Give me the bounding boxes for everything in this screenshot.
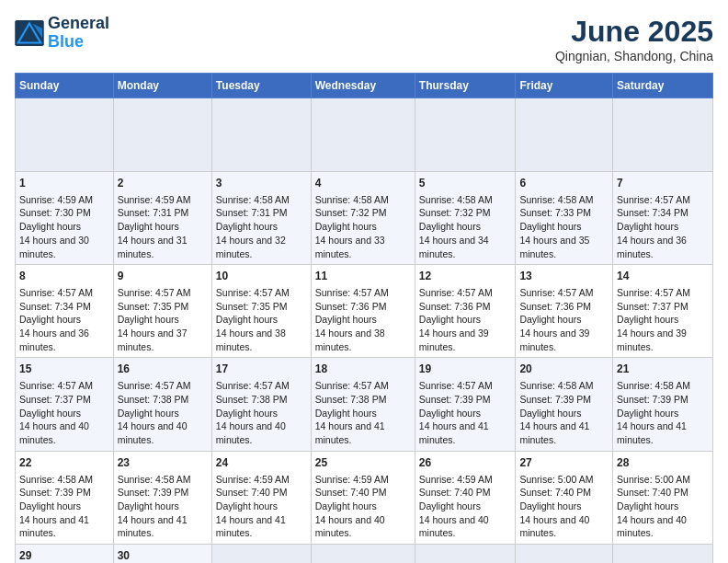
- calendar-day-cell: 6Sunrise: 4:58 AMSunset: 7:33 PMDaylight…: [516, 172, 613, 265]
- day-number: 15: [19, 362, 109, 377]
- calendar-day-cell: [613, 98, 713, 172]
- day-info: Sunrise: 4:58 AMSunset: 7:32 PMDaylight …: [419, 194, 493, 259]
- calendar-day-cell: 26Sunrise: 4:59 AMSunset: 7:40 PMDayligh…: [415, 451, 516, 544]
- calendar-day-cell: 1Sunrise: 4:59 AMSunset: 7:30 PMDaylight…: [16, 172, 114, 265]
- calendar-day-cell: 20Sunrise: 4:58 AMSunset: 7:39 PMDayligh…: [516, 358, 613, 451]
- calendar-day-cell: [613, 544, 713, 563]
- day-number: 8: [19, 269, 109, 284]
- day-number: 14: [617, 269, 709, 284]
- calendar-day-cell: 13Sunrise: 4:57 AMSunset: 7:36 PMDayligh…: [516, 265, 613, 358]
- calendar-day-cell: 17Sunrise: 4:57 AMSunset: 7:38 PMDayligh…: [211, 358, 311, 451]
- calendar-header-cell: Thursday: [415, 74, 516, 98]
- calendar-header-cell: Wednesday: [311, 74, 415, 98]
- calendar-day-cell: 12Sunrise: 4:57 AMSunset: 7:36 PMDayligh…: [415, 265, 516, 358]
- day-number: 21: [617, 362, 709, 377]
- calendar-day-cell: 30Sunrise: 5:01 AMSunset: 7:40 PMDayligh…: [113, 544, 211, 563]
- calendar-day-cell: 2Sunrise: 4:59 AMSunset: 7:31 PMDaylight…: [113, 172, 211, 265]
- day-info: Sunrise: 4:58 AMSunset: 7:31 PMDaylight …: [216, 194, 290, 259]
- day-info: Sunrise: 4:58 AMSunset: 7:32 PMDaylight …: [315, 194, 389, 259]
- calendar-day-cell: [415, 544, 516, 563]
- day-info: Sunrise: 5:00 AMSunset: 7:40 PMDaylight …: [617, 474, 690, 539]
- day-number: 20: [519, 362, 609, 377]
- calendar-day-cell: [516, 98, 613, 172]
- day-info: Sunrise: 4:58 AMSunset: 7:33 PMDaylight …: [519, 194, 593, 259]
- day-info: Sunrise: 4:57 AMSunset: 7:39 PMDaylight …: [419, 380, 493, 445]
- day-info: Sunrise: 4:58 AMSunset: 7:39 PMDaylight …: [118, 474, 191, 539]
- calendar-day-cell: 4Sunrise: 4:58 AMSunset: 7:32 PMDaylight…: [311, 172, 415, 265]
- logo-icon: [15, 20, 44, 46]
- day-info: Sunrise: 4:57 AMSunset: 7:34 PMDaylight …: [19, 287, 93, 352]
- calendar-day-cell: 19Sunrise: 4:57 AMSunset: 7:39 PMDayligh…: [415, 358, 516, 451]
- day-info: Sunrise: 4:59 AMSunset: 7:31 PMDaylight …: [118, 194, 191, 259]
- day-number: 28: [617, 455, 709, 471]
- day-number: 18: [315, 362, 411, 377]
- day-number: 27: [519, 455, 609, 471]
- calendar-day-cell: 15Sunrise: 4:57 AMSunset: 7:37 PMDayligh…: [16, 358, 114, 451]
- day-info: Sunrise: 4:57 AMSunset: 7:34 PMDaylight …: [617, 194, 690, 259]
- page-title: June 2025: [555, 15, 713, 49]
- calendar-day-cell: 7Sunrise: 4:57 AMSunset: 7:34 PMDaylight…: [613, 172, 713, 265]
- calendar-day-cell: 18Sunrise: 4:57 AMSunset: 7:38 PMDayligh…: [311, 358, 415, 451]
- calendar-day-cell: 9Sunrise: 4:57 AMSunset: 7:35 PMDaylight…: [113, 265, 211, 358]
- day-number: 4: [315, 176, 411, 191]
- calendar-header-cell: Saturday: [613, 74, 713, 98]
- calendar-day-cell: [516, 544, 613, 563]
- day-info: Sunrise: 4:57 AMSunset: 7:38 PMDaylight …: [118, 380, 191, 445]
- calendar-day-cell: 29Sunrise: 5:00 AMSunset: 7:40 PMDayligh…: [16, 544, 114, 563]
- calendar-day-cell: [415, 98, 516, 172]
- calendar-week-row: 1Sunrise: 4:59 AMSunset: 7:30 PMDaylight…: [16, 172, 713, 265]
- calendar-day-cell: 22Sunrise: 4:58 AMSunset: 7:39 PMDayligh…: [16, 451, 114, 544]
- day-number: 5: [419, 176, 512, 191]
- day-info: Sunrise: 4:57 AMSunset: 7:38 PMDaylight …: [315, 380, 389, 445]
- calendar-day-cell: 27Sunrise: 5:00 AMSunset: 7:40 PMDayligh…: [516, 451, 613, 544]
- day-info: Sunrise: 4:58 AMSunset: 7:39 PMDaylight …: [519, 380, 593, 445]
- day-number: 26: [419, 455, 512, 471]
- page-header: General Blue June 2025 Qingnian, Shandon…: [15, 15, 713, 63]
- calendar-day-cell: 16Sunrise: 4:57 AMSunset: 7:38 PMDayligh…: [113, 358, 211, 451]
- day-info: Sunrise: 4:57 AMSunset: 7:38 PMDaylight …: [216, 380, 290, 445]
- day-number: 3: [216, 176, 307, 191]
- calendar-week-row: 15Sunrise: 4:57 AMSunset: 7:37 PMDayligh…: [16, 358, 713, 451]
- page-subtitle: Qingnian, Shandong, China: [555, 49, 713, 63]
- day-number: 9: [118, 269, 208, 284]
- day-number: 29: [19, 548, 109, 563]
- day-info: Sunrise: 4:58 AMSunset: 7:39 PMDaylight …: [617, 380, 690, 445]
- calendar-day-cell: 21Sunrise: 4:58 AMSunset: 7:39 PMDayligh…: [613, 358, 713, 451]
- day-number: 30: [118, 548, 208, 563]
- calendar-table: SundayMondayTuesdayWednesdayThursdayFrid…: [15, 73, 713, 563]
- logo-text: General Blue: [48, 15, 109, 52]
- calendar-day-cell: [16, 98, 114, 172]
- calendar-header-cell: Tuesday: [211, 74, 311, 98]
- day-number: 25: [315, 455, 411, 471]
- calendar-week-row: [16, 98, 713, 172]
- calendar-day-cell: 3Sunrise: 4:58 AMSunset: 7:31 PMDaylight…: [211, 172, 311, 265]
- calendar-week-row: 29Sunrise: 5:00 AMSunset: 7:40 PMDayligh…: [16, 544, 713, 563]
- day-number: 1: [19, 176, 109, 191]
- day-number: 22: [19, 455, 109, 471]
- calendar-day-cell: 14Sunrise: 4:57 AMSunset: 7:37 PMDayligh…: [613, 265, 713, 358]
- day-number: 17: [216, 362, 307, 377]
- day-info: Sunrise: 4:57 AMSunset: 7:36 PMDaylight …: [419, 287, 493, 352]
- day-number: 10: [216, 269, 307, 284]
- calendar-week-row: 8Sunrise: 4:57 AMSunset: 7:34 PMDaylight…: [16, 265, 713, 358]
- day-info: Sunrise: 4:57 AMSunset: 7:36 PMDaylight …: [315, 287, 389, 352]
- day-number: 11: [315, 269, 411, 284]
- day-info: Sunrise: 4:57 AMSunset: 7:35 PMDaylight …: [216, 287, 290, 352]
- day-info: Sunrise: 4:57 AMSunset: 7:36 PMDaylight …: [519, 287, 593, 352]
- day-info: Sunrise: 4:57 AMSunset: 7:37 PMDaylight …: [617, 287, 690, 352]
- calendar-day-cell: 5Sunrise: 4:58 AMSunset: 7:32 PMDaylight…: [415, 172, 516, 265]
- day-number: 24: [216, 455, 307, 471]
- day-number: 23: [118, 455, 208, 471]
- day-number: 2: [118, 176, 208, 191]
- calendar-day-cell: [311, 98, 415, 172]
- day-number: 12: [419, 269, 512, 284]
- day-info: Sunrise: 4:59 AMSunset: 7:40 PMDaylight …: [216, 474, 290, 539]
- day-number: 6: [519, 176, 609, 191]
- calendar-body: 1Sunrise: 4:59 AMSunset: 7:30 PMDaylight…: [16, 98, 713, 564]
- calendar-header-cell: Sunday: [16, 74, 114, 98]
- calendar-header-row: SundayMondayTuesdayWednesdayThursdayFrid…: [16, 74, 713, 98]
- day-number: 16: [118, 362, 208, 377]
- day-number: 13: [519, 269, 609, 284]
- title-block: June 2025 Qingnian, Shandong, China: [555, 15, 713, 63]
- calendar-day-cell: 23Sunrise: 4:58 AMSunset: 7:39 PMDayligh…: [113, 451, 211, 544]
